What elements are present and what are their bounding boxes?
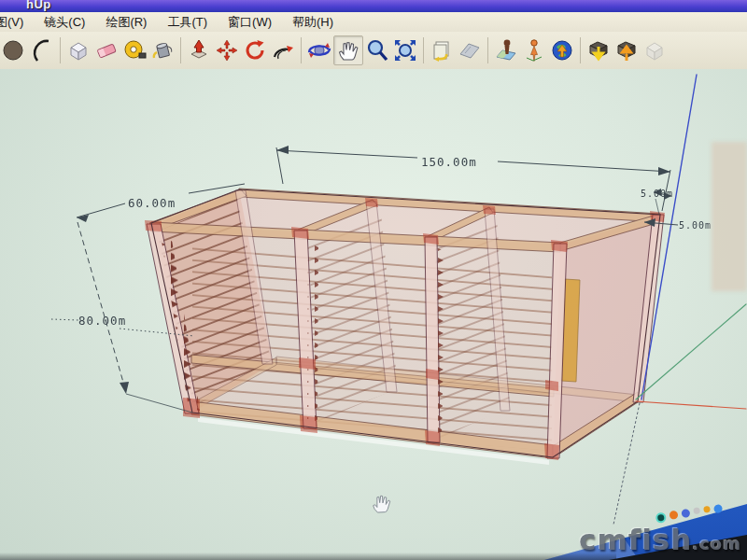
photo-edge-artifact (712, 142, 747, 291)
menu-camera[interactable]: 镜头(C) (34, 14, 95, 31)
section-plane-icon (458, 38, 482, 63)
toolbar-separator (301, 37, 302, 63)
menu-view[interactable]: 图(V) (0, 14, 34, 31)
paint-bucket-tool[interactable] (148, 36, 176, 64)
red-axis (636, 401, 746, 409)
dim-height: 80.00m (78, 314, 126, 328)
get-models-icon (586, 38, 611, 63)
pan-tool[interactable] (333, 35, 363, 65)
component-box-icon (66, 38, 91, 63)
push-pull-icon (187, 38, 211, 63)
section-plane-tool[interactable] (456, 36, 484, 64)
move-tool[interactable] (213, 36, 241, 64)
component-disabled-icon (642, 38, 667, 63)
photographed-monitor-screen: hUp 图(V) 镜头(C) 绘图(R) 工具(T) 窗口(W) 帮助(H) (0, 0, 747, 560)
toolbar-separator (487, 37, 488, 63)
share-model-tool[interactable] (613, 36, 641, 64)
menu-window[interactable]: 窗口(W) (218, 14, 282, 31)
orbit-tool[interactable] (305, 36, 333, 64)
watermark: cmfish.com (579, 523, 741, 556)
zoom-extents-tool[interactable] (391, 36, 419, 64)
menu-bar: 图(V) 镜头(C) 绘图(R) 工具(T) 窗口(W) 帮助(H) (0, 12, 747, 33)
component-disabled-tool[interactable] (641, 36, 669, 64)
sphere-tool[interactable] (0, 36, 28, 64)
drawing-viewport[interactable]: 150.00m 60.00m 80.00m 5.00m (0, 69, 747, 560)
zoom-previous-tool[interactable] (428, 36, 456, 64)
google-earth-tool[interactable] (548, 36, 576, 64)
watermark-suffix: .com (692, 534, 741, 553)
zoom-tool[interactable] (363, 36, 391, 64)
zoom-extents-icon (393, 38, 417, 63)
toolbar-separator (423, 37, 424, 63)
zoom-previous-icon (430, 38, 454, 63)
toolbar-separator (60, 37, 61, 63)
position-camera-tool[interactable] (520, 36, 548, 64)
toolbar-separator (580, 37, 581, 63)
rotate-icon (243, 38, 267, 63)
paint-bucket-icon (150, 38, 175, 63)
blue-axis-negative (613, 403, 640, 525)
component-box-tool[interactable] (64, 36, 92, 64)
get-models-tool[interactable] (585, 36, 613, 64)
follow-me-tool[interactable] (269, 36, 297, 64)
menu-draw[interactable]: 绘图(R) (95, 14, 157, 31)
sphere-icon (2, 38, 26, 63)
tape-measure-icon (122, 38, 147, 63)
tape-measure-tool[interactable] (120, 36, 148, 64)
toolbar-separator (180, 37, 181, 63)
dim-beam-top: 5.00m (641, 189, 673, 199)
add-location-icon (494, 38, 518, 63)
pan-hand-icon (336, 38, 360, 63)
position-camera-icon (522, 38, 546, 63)
dim-length: 150.00m (421, 155, 477, 169)
push-pull-tool[interactable] (185, 36, 213, 64)
orbit-icon (307, 38, 331, 63)
watermark-main: cmfish (579, 523, 692, 556)
pan-cursor (374, 496, 390, 512)
share-model-icon (614, 38, 639, 63)
window-title: hUp (26, 0, 51, 11)
add-location-tool[interactable] (492, 36, 520, 64)
arc-tool[interactable] (28, 36, 56, 64)
dim-depth: 60.00m (128, 196, 176, 210)
eraser-tool[interactable] (92, 36, 120, 64)
zoom-icon (365, 38, 389, 63)
model-canvas: 150.00m 60.00m 80.00m 5.00m (0, 69, 747, 560)
toolbar (0, 32, 747, 70)
arc-icon (30, 38, 54, 63)
eraser-icon (94, 38, 119, 63)
rotate-tool[interactable] (241, 36, 269, 64)
model-frame-rack (145, 189, 665, 465)
menu-help[interactable]: 帮助(H) (282, 14, 344, 31)
google-earth-icon (550, 38, 574, 63)
move-icon (215, 38, 239, 63)
menu-tools[interactable]: 工具(T) (157, 14, 218, 31)
follow-me-icon (271, 38, 295, 63)
window-titlebar: hUp (0, 0, 747, 12)
dim-beam-side: 5.00m (679, 220, 712, 231)
